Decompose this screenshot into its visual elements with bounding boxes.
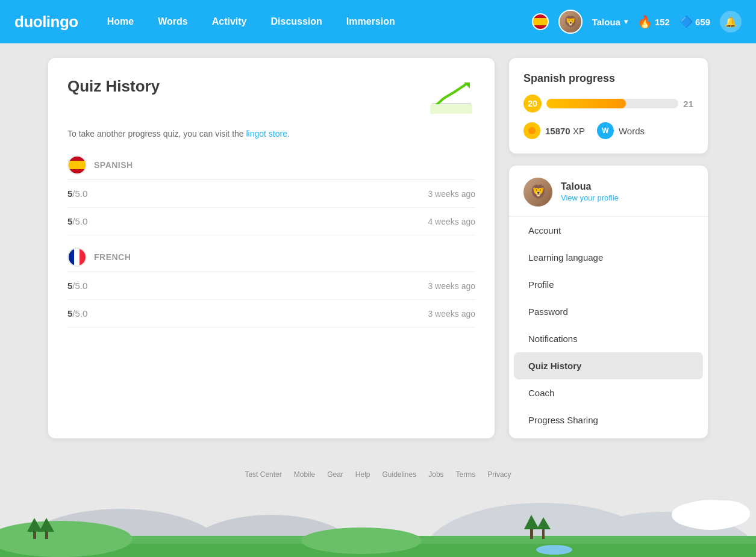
streak-badge: 🔥 152 — [637, 14, 670, 29]
french-lang-name: FRENCH — [94, 252, 131, 262]
footer-links: Test Center Mobile Gear Help Guidelines … — [0, 470, 756, 479]
table-row: 5/5.0 3 weeks ago — [67, 180, 475, 208]
footer-terms[interactable]: Terms — [456, 470, 476, 479]
svg-point-5 — [181, 515, 361, 557]
footer-gear[interactable]: Gear — [327, 470, 343, 479]
view-profile-link[interactable]: View your profile — [561, 193, 619, 202]
nav-discussion[interactable]: Discussion — [261, 11, 331, 32]
quiz-subtitle: To take another progress quiz, you can v… — [67, 129, 475, 138]
bell-icon: 🔔 — [725, 16, 737, 28]
avatar-image: 🦁 — [560, 11, 581, 33]
table-row: 5/5.0 3 weeks ago — [67, 272, 475, 300]
gem-icon: 🔷 — [679, 15, 693, 28]
svg-point-23 — [536, 545, 572, 555]
menu-item-password[interactable]: Password — [514, 298, 703, 325]
language-flag[interactable] — [532, 13, 549, 30]
spanish-lang-name: SPANISH — [94, 160, 133, 170]
navbar: duolingo Home Words Activity Discussion … — [0, 0, 756, 43]
footer-mobile[interactable]: Mobile — [294, 470, 315, 479]
nav-words[interactable]: Words — [148, 11, 197, 32]
xp-dot-icon — [527, 126, 537, 135]
lingot-store-link[interactable]: lingot store. — [246, 129, 290, 138]
table-row: 5/5.0 4 weeks ago — [67, 208, 475, 235]
navbar-right: 🦁 Taloua 🔥 152 🔷 659 🔔 — [532, 10, 742, 34]
menu-item-profile[interactable]: Profile — [514, 271, 703, 298]
logo-text: duolingo — [14, 13, 78, 31]
spanish-header: SPANISH — [67, 155, 475, 180]
quiz-date-2: 4 weeks ago — [428, 217, 475, 226]
french-section: FRENCH 5/5.0 3 weeks ago 5/5.0 3 weeks a… — [67, 247, 475, 328]
main-content: Quiz History To take another progress qu… — [0, 43, 756, 453]
profile-info: Taloua View your profile — [561, 181, 619, 203]
streak-count: 152 — [655, 17, 670, 27]
profile-card: 🦁 Taloua View your profile Account Learn… — [509, 166, 708, 438]
profile-header: 🦁 Taloua View your profile — [509, 178, 708, 217]
nav-immersion[interactable]: Immersion — [337, 11, 405, 32]
french-header: FRENCH — [67, 247, 475, 272]
username-dropdown[interactable]: Taloua — [592, 17, 628, 27]
svg-rect-17 — [45, 528, 48, 539]
fire-icon: 🔥 — [637, 14, 652, 29]
landscape-bg — [0, 479, 756, 557]
user-avatar-nav[interactable]: 🦁 — [558, 10, 583, 34]
menu-item-notifications[interactable]: Notifications — [514, 325, 703, 352]
logo[interactable]: duolingo — [14, 13, 78, 31]
quiz-score-1: 5/5.0 — [67, 188, 87, 199]
svg-point-4 — [12, 509, 229, 557]
footer-test-center[interactable]: Test Center — [245, 470, 281, 479]
words-label: Words — [619, 126, 645, 136]
table-row: 5/5.0 3 weeks ago — [67, 300, 475, 328]
svg-point-8 — [675, 500, 747, 530]
svg-rect-11 — [0, 536, 756, 557]
quiz-date-1: 3 weeks ago — [428, 189, 475, 199]
svg-point-14 — [301, 527, 422, 554]
svg-point-6 — [422, 503, 663, 557]
gems-badge: 🔷 659 — [679, 15, 710, 28]
menu-item-learning-language[interactable]: Learning language — [514, 244, 703, 271]
footer-privacy[interactable]: Privacy — [487, 470, 511, 479]
trend-chart-icon — [429, 80, 474, 116]
menu-item-progress-sharing[interactable]: Progress Sharing — [514, 406, 703, 434]
level-start-badge: 20 — [523, 95, 542, 113]
right-panel: Spanish progress 20 21 15870 XP — [509, 58, 708, 438]
landscape-svg — [0, 479, 756, 557]
xp-value: 15870 XP — [545, 126, 585, 136]
nav-activity[interactable]: Activity — [202, 11, 257, 32]
nav-home[interactable]: Home — [98, 11, 143, 32]
xp-circle — [523, 122, 540, 139]
svg-rect-12 — [0, 544, 756, 557]
words-circle: W — [597, 122, 614, 139]
footer-jobs[interactable]: Jobs — [428, 470, 443, 479]
quiz-history-card: Quiz History To take another progress qu… — [48, 58, 495, 438]
quiz-date-4: 3 weeks ago — [428, 309, 475, 319]
notifications-bell[interactable]: 🔔 — [720, 11, 742, 33]
svg-rect-19 — [530, 526, 533, 539]
svg-point-13 — [0, 521, 133, 557]
svg-marker-22 — [537, 517, 551, 529]
svg-marker-20 — [524, 515, 539, 529]
quiz-score-3: 5/5.0 — [67, 281, 87, 291]
spanish-section: SPANISH 5/5.0 3 weeks ago 5/5.0 4 weeks … — [67, 155, 475, 235]
menu-item-account[interactable]: Account — [514, 217, 703, 244]
progress-card: Spanish progress 20 21 15870 XP — [509, 58, 708, 154]
profile-menu-items: Account Learning language Profile Passwo… — [509, 217, 708, 434]
svg-point-3 — [528, 127, 536, 134]
footer-help[interactable]: Help — [355, 470, 370, 479]
quiz-card-header: Quiz History — [67, 77, 475, 119]
nav-links: Home Words Activity Discussion Immersion — [98, 11, 532, 32]
profile-name: Taloua — [561, 181, 619, 192]
menu-item-quiz-history[interactable]: Quiz History — [514, 352, 703, 379]
quiz-date-3: 3 weeks ago — [428, 281, 475, 291]
menu-item-coach[interactable]: Coach — [514, 379, 703, 406]
progress-bar-fill — [546, 99, 626, 108]
quiz-title: Quiz History — [67, 77, 160, 96]
footer-guidelines[interactable]: Guidelines — [383, 470, 417, 479]
svg-point-10 — [702, 500, 750, 527]
spanish-flag — [67, 155, 87, 175]
gems-count: 659 — [695, 17, 710, 27]
svg-rect-2 — [430, 104, 472, 114]
quiz-score-2: 5/5.0 — [67, 216, 87, 226]
trend-chart-wrap — [427, 77, 475, 119]
progress-bar-bg — [546, 99, 678, 108]
french-flag — [67, 247, 87, 267]
